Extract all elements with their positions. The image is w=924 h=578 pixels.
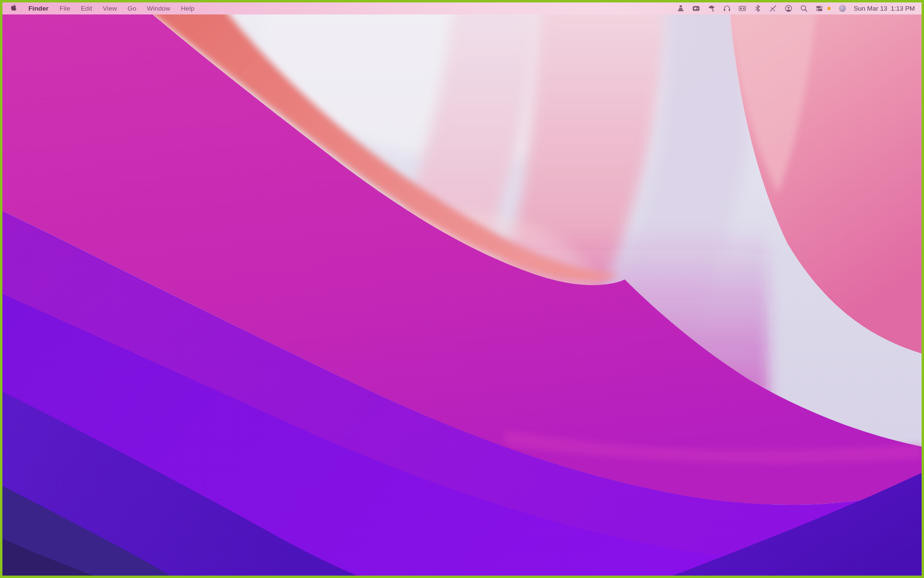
fast-user-switching-icon[interactable] xyxy=(784,2,793,14)
screen-recorder-icon[interactable] xyxy=(692,2,701,14)
umbrella-antivirus-icon[interactable] xyxy=(707,2,716,14)
desktop-wallpaper xyxy=(2,2,922,576)
recording-indicator-dot xyxy=(827,2,832,14)
apple-logo-icon xyxy=(11,4,17,13)
control-center-icon[interactable] xyxy=(815,2,824,14)
clock-time: 1:13 PM xyxy=(891,5,915,12)
menu-window[interactable]: Window xyxy=(141,2,176,14)
menu-bar: Finder File Edit View Go Window Help xyxy=(2,2,922,14)
vlc-cone-icon[interactable] xyxy=(676,2,685,14)
app-menu-finder[interactable]: Finder xyxy=(23,2,54,14)
menu-bar-clock[interactable]: Sun Mar 13 1:13 PM xyxy=(854,5,915,12)
apple-menu[interactable] xyxy=(11,2,23,14)
input-source-icon[interactable] xyxy=(738,2,747,14)
clock-date: Sun Mar 13 xyxy=(854,5,887,12)
wifi-off-icon[interactable] xyxy=(769,2,778,14)
menu-edit[interactable]: Edit xyxy=(76,2,98,14)
spotlight-search-icon[interactable] xyxy=(799,2,808,14)
siri-icon[interactable] xyxy=(838,2,847,14)
menu-file[interactable]: File xyxy=(54,2,76,14)
headphones-icon[interactable] xyxy=(722,2,732,14)
menu-view[interactable]: View xyxy=(98,2,122,14)
menu-bar-menus: Finder File Edit View Go Window Help xyxy=(2,2,200,14)
bluetooth-icon[interactable] xyxy=(753,2,762,14)
menu-go[interactable]: Go xyxy=(122,2,141,14)
menu-bar-status-area: Sun Mar 13 1:13 PM xyxy=(670,2,922,14)
menu-help[interactable]: Help xyxy=(176,2,200,14)
